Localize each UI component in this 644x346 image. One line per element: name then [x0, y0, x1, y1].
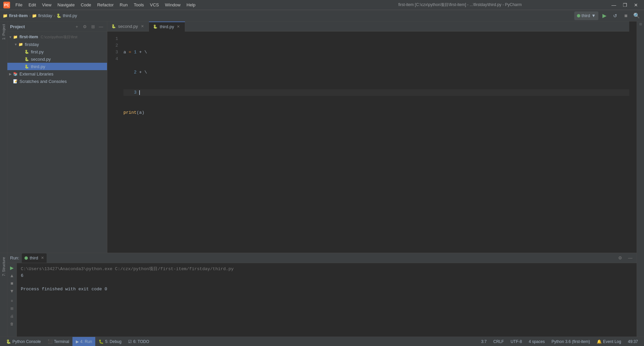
run-config-dot — [577, 14, 580, 17]
run-pin-btn[interactable]: ⊞ — [9, 305, 15, 312]
output-result-line: 6 — [21, 273, 633, 279]
tab-second-py-close[interactable]: ✕ — [140, 24, 145, 29]
tab-third-py-close[interactable]: ✕ — [176, 24, 181, 29]
toolbar: 📁 first-item › 📁 firstday › 🐍 third.py t… — [0, 10, 644, 21]
editor-area: 🐍 second.py ✕ 🐍 third.py ✕ 1 2 3 4 a = 1… — [107, 21, 629, 253]
run-config-selector[interactable]: third ▼ — [574, 11, 598, 20]
run-trash-btn[interactable]: 🗑 — [9, 320, 15, 327]
tab-second-py-label: second.py — [118, 24, 138, 29]
code-line-3: 3 — [123, 89, 629, 96]
tab-third-py-icon: 🐍 — [153, 24, 158, 29]
run-wrap-btn[interactable]: ≡ — [9, 297, 15, 304]
code-editor[interactable]: 1 2 3 4 a = 1 + \ 2 + \ 3 print(a) — [107, 32, 629, 253]
root-path: C:\czx\python项目\first — [41, 35, 77, 39]
structure-tab[interactable]: 7: Structure — [1, 254, 7, 279]
folder-icon-ext: 📚 — [13, 71, 18, 77]
status-bar: 🐍 Python Console ⬛ Terminal ▶ 4: Run 🐛 5… — [0, 337, 644, 346]
sidebar-layout-btn[interactable]: ⊞ — [90, 23, 96, 30]
run-panel-header: Run: third ✕ ⚙ — — [7, 253, 637, 263]
event-log-label: Event Log — [603, 339, 621, 344]
run-button[interactable]: ▶ — [600, 11, 609, 20]
tree-arrow-ext: ▶ — [8, 71, 13, 76]
event-log-icon: 🔔 — [597, 339, 602, 344]
run-stop-btn[interactable]: ■ — [9, 280, 15, 287]
project-panel-tab[interactable]: 1: Project — [1, 21, 7, 42]
tree-label-scratches: Scratches and Consoles — [19, 79, 67, 84]
status-right: 3:7 CRLF UTF-8 4 spaces Python 3.6 (firs… — [478, 337, 641, 346]
code-content[interactable]: a = 1 + \ 2 + \ 3 print(a) — [121, 32, 629, 253]
breadcrumb-folder[interactable]: firstday — [38, 13, 52, 18]
run-tab[interactable]: third ✕ — [22, 253, 46, 263]
breadcrumb-project[interactable]: first-item — [9, 13, 28, 18]
menu-vcs[interactable]: VCS — [147, 2, 162, 8]
terminal-icon: ⬛ — [48, 339, 53, 344]
tree-label-ext-libs: External Libraries — [19, 71, 53, 77]
menu-tools[interactable]: Tools — [131, 2, 147, 8]
menu-refactor[interactable]: Refactor — [95, 2, 116, 8]
tree-item-first-py[interactable]: ▶ 🐍 first.py — [7, 48, 107, 55]
status-debug[interactable]: 🐛 5: Debug — [95, 337, 125, 346]
menu-code[interactable]: Code — [78, 2, 94, 8]
code-line-1: a = 1 + \ — [123, 49, 629, 56]
breadcrumb-file-icon: 🐍 — [56, 13, 61, 18]
tab-second-py-icon: 🐍 — [111, 24, 116, 29]
run-print-btn[interactable]: 🖨 — [9, 313, 15, 319]
run-tab-close[interactable]: ✕ — [41, 256, 44, 260]
maximize-button[interactable]: ❐ — [620, 2, 630, 8]
panel-minimize-btn[interactable]: — — [627, 254, 634, 262]
run-play-btn[interactable]: ▶ — [9, 264, 15, 271]
tree-item-firstday[interactable]: ▼ 📁 firstday — [7, 41, 107, 48]
menu-window[interactable]: Window — [162, 2, 183, 8]
status-cursor-pos[interactable]: 3:7 — [478, 337, 490, 346]
run-config-arrow: ▼ — [591, 13, 596, 18]
tabs-bar: 🐍 second.py ✕ 🐍 third.py ✕ — [107, 21, 629, 32]
reload-button[interactable]: ↺ — [610, 11, 620, 20]
terminal-label: Terminal — [54, 339, 69, 344]
tab-second-py[interactable]: 🐍 second.py ✕ — [107, 21, 149, 32]
minimize-button[interactable]: — — [609, 2, 619, 8]
status-todo[interactable]: ☑ 6: TODO — [125, 337, 153, 346]
menu-view[interactable]: View — [39, 2, 54, 8]
status-terminal[interactable]: ⬛ Terminal — [44, 337, 72, 346]
tree-label-root: first-item C:\czx\python项目\first — [19, 34, 77, 40]
scratches-icon: 📝 — [13, 79, 18, 84]
run-down-btn[interactable]: ▼ — [9, 288, 15, 294]
status-encoding[interactable]: UTF-8 — [507, 337, 525, 346]
breadcrumb-file[interactable]: third.py — [63, 13, 77, 18]
tab-third-py[interactable]: 🐍 third.py ✕ — [149, 21, 185, 32]
search-button[interactable]: 🔍 — [632, 11, 641, 20]
tree-item-scratches[interactable]: ▶ 📝 Scratches and Consoles — [7, 78, 107, 85]
status-event-log[interactable]: 🔔 Event Log — [593, 337, 625, 346]
status-line-ending[interactable]: CRLF — [490, 337, 507, 346]
sidebar-settings-btn[interactable]: ⚙ — [82, 23, 88, 30]
menu-navigate[interactable]: Navigate — [55, 2, 77, 8]
tree-item-third-py[interactable]: ▶ 🐍 third.py — [7, 63, 107, 70]
sidebar-collapse-btn[interactable]: — — [98, 23, 104, 30]
todo-icon: ☑ — [128, 339, 132, 344]
menu-edit[interactable]: Edit — [26, 2, 39, 8]
status-python-console[interactable]: 🐍 Python Console — [3, 337, 44, 346]
tree-item-ext-libs[interactable]: ▶ 📚 External Libraries — [7, 70, 107, 78]
run-up-btn[interactable]: ▲ — [9, 272, 15, 279]
menu-file[interactable]: File — [13, 2, 25, 8]
close-button[interactable]: ✕ — [631, 2, 641, 8]
tree-item-second-py[interactable]: ▶ 🐍 second.py — [7, 55, 107, 63]
sidebar-add-btn[interactable]: + — [73, 23, 80, 30]
tree-item-root[interactable]: ▼ 📁 first-item C:\czx\python项目\first — [7, 33, 107, 41]
py-icon-third: 🐍 — [24, 64, 30, 69]
stop-button[interactable]: ■ — [621, 11, 631, 20]
breadcrumb-folder-icon2: 📁 — [32, 13, 37, 18]
menu-run[interactable]: Run — [117, 2, 130, 8]
sidebar-tree: ▼ 📁 first-item C:\czx\python项目\first ▼ 📁… — [7, 32, 107, 253]
status-python-version[interactable]: Python 3.6 (first-item) — [548, 337, 593, 346]
sidebar: Project + ⚙ ⊞ — ▼ 📁 first-item C:\czx\py… — [7, 21, 107, 253]
run-panel-body: ▶ ▲ ■ ▼ ≡ ⊞ 🖨 🗑 C:\Users\13427\Anaconda3… — [7, 263, 637, 337]
status-indent[interactable]: 4 spaces — [525, 337, 548, 346]
status-run[interactable]: ▶ 4: Run — [72, 337, 95, 346]
panel-settings-btn[interactable]: ⚙ — [616, 254, 624, 262]
menu-bar: File Edit View Navigate Code Refactor Ru… — [13, 2, 311, 8]
menu-help[interactable]: Help — [184, 2, 198, 8]
debug-icon: 🐛 — [99, 339, 104, 344]
scrollbar-thumb[interactable] — [639, 23, 642, 26]
tree-arrow-root: ▼ — [8, 35, 13, 39]
